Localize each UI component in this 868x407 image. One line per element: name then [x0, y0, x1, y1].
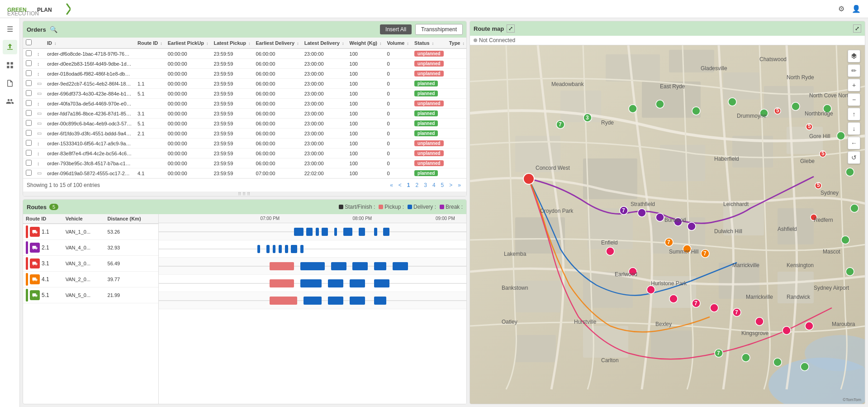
gantt-bar[interactable] — [328, 297, 343, 305]
gantt-bar[interactable] — [291, 245, 297, 253]
col-earliest-pickup[interactable]: Earliest PickUp ↕ — [165, 38, 211, 48]
row-checkbox[interactable] — [23, 48, 34, 59]
col-earliest-delivery[interactable]: Earliest Delivery ↕ — [253, 38, 302, 48]
navigate-up-tool[interactable]: ↑ — [848, 108, 860, 120]
table-row[interactable]: ↕ order-83e8f7e4-cf94-4c2e-bc56-4c6f84f0… — [23, 148, 466, 158]
map-expand-icon[interactable]: ⤢ — [507, 24, 515, 33]
gantt-row[interactable] — [159, 292, 466, 309]
table-row[interactable]: ▭ order-696df373-4o30-423e-884e-b18d3b88… — [23, 89, 466, 99]
sidebar-menu-icon[interactable]: ☰ — [3, 22, 17, 36]
settings-icon[interactable]: ⚙ — [838, 5, 844, 13]
gantt-bar[interactable] — [316, 228, 319, 236]
pagination-page-1[interactable]: 1 — [405, 182, 412, 189]
gantt-bar[interactable] — [270, 279, 294, 287]
table-row[interactable]: ▭ order-9ed22cb7-615c-4eb2-86f4-181862f0… — [23, 79, 466, 89]
gantt-bar[interactable] — [304, 297, 322, 305]
col-volume[interactable]: Volume ↕ — [384, 38, 412, 48]
sidebar-document-icon[interactable] — [3, 76, 17, 91]
gantt-row[interactable] — [159, 223, 466, 240]
gantt-bar[interactable] — [343, 228, 352, 236]
route-icon[interactable] — [30, 290, 40, 300]
user-icon[interactable]: 👤 — [852, 5, 861, 13]
sidebar-grid-icon[interactable] — [3, 58, 17, 72]
gantt-bar[interactable] — [374, 279, 389, 287]
pagination-prev[interactable]: < — [397, 182, 403, 189]
col-latest-pickup[interactable]: Latest Pickup ↕ — [211, 38, 253, 48]
gantt-row[interactable] — [159, 275, 466, 292]
gantt-bar[interactable] — [257, 245, 261, 253]
table-row[interactable]: ↕ order-40fa703a-de5d-4469-970e-e0ffe96f… — [23, 99, 466, 109]
gantt-bar[interactable] — [285, 245, 288, 253]
route-row[interactable]: 1.1 VAN_1_0... 53.26 — [23, 224, 158, 240]
navigate-left-tool[interactable]: ← — [848, 137, 860, 149]
gantt-bar[interactable] — [300, 262, 325, 270]
pagination-page-2[interactable]: 2 — [414, 182, 421, 189]
route-row[interactable]: 2.1 VAN_4_0... 32.93 — [23, 240, 158, 256]
col-id[interactable]: ID ↕ — [44, 38, 135, 48]
row-checkbox[interactable] — [23, 119, 34, 129]
navigate-down-tool[interactable]: ↓ — [848, 122, 860, 135]
gantt-bar[interactable] — [294, 228, 303, 236]
transshipment-button[interactable]: Transshipment — [415, 24, 463, 35]
pagination-page-5[interactable]: 5 — [439, 182, 446, 189]
draw-tool[interactable]: ✏ — [848, 64, 860, 77]
gantt-bar[interactable] — [374, 228, 377, 236]
pagination-page-4[interactable]: 4 — [431, 182, 437, 189]
row-checkbox[interactable] — [23, 158, 34, 168]
map-external-icon[interactable]: ⤢ — [853, 24, 861, 33]
table-row[interactable]: ↕ order-018odad6-f982-486f-b1e8-dbee87e5… — [23, 69, 466, 79]
layers-tool[interactable] — [848, 50, 860, 62]
gantt-bar[interactable] — [383, 228, 389, 236]
table-row[interactable]: ↕ order-d0ee2b83-156f-4d49-9dbe-1d77f2o4… — [23, 59, 466, 69]
gantt-bar[interactable] — [300, 279, 322, 287]
gantt-bar[interactable] — [306, 228, 313, 236]
gantt-row[interactable] — [159, 258, 466, 275]
gantt-bar[interactable] — [322, 228, 328, 236]
gantt-bar[interactable] — [393, 262, 408, 270]
gantt-bar[interactable] — [334, 228, 337, 236]
routes-col-id[interactable]: Route ID — [23, 214, 63, 224]
sidebar-upload-icon[interactable] — [3, 40, 17, 54]
route-row[interactable]: 4.1 VAN_2_0... 39.77 — [23, 272, 158, 287]
table-row[interactable]: ↕ order-793be95c-3fc8-4517-b7ba-c1894b5a… — [23, 158, 466, 168]
drag-handle[interactable]: ⠿⠿⠿ — [23, 192, 466, 196]
row-checkbox[interactable] — [23, 168, 34, 178]
row-checkbox[interactable] — [23, 59, 34, 69]
row-checkbox[interactable] — [23, 69, 34, 79]
gantt-bar[interactable] — [270, 262, 294, 270]
pagination-first[interactable]: « — [388, 182, 395, 189]
route-icon[interactable] — [30, 274, 40, 284]
gantt-bar[interactable] — [350, 279, 365, 287]
col-latest-delivery[interactable]: Latest Delivery ↕ — [302, 38, 347, 48]
gantt-row[interactable] — [159, 240, 466, 258]
gantt-bar[interactable] — [273, 245, 276, 253]
route-row[interactable]: 3.1 VAN_3_0... 56.49 — [23, 256, 158, 272]
col-weight[interactable]: Weight (Kg) ↕ — [347, 38, 384, 48]
route-icon[interactable] — [30, 227, 40, 237]
zoom-out-tool[interactable]: − — [848, 93, 860, 106]
row-checkbox[interactable] — [23, 79, 34, 89]
refresh-tool[interactable]: ↺ — [848, 151, 860, 164]
insert-all-button[interactable]: Insert All — [380, 24, 412, 34]
select-all-checkbox[interactable] — [26, 39, 32, 45]
gantt-bar[interactable] — [352, 262, 368, 270]
row-checkbox[interactable] — [23, 148, 34, 158]
gantt-bar[interactable] — [328, 279, 343, 287]
gantt-bar[interactable] — [374, 262, 386, 270]
routes-col-distance[interactable]: Distance (Km) — [105, 214, 158, 224]
table-row[interactable]: ↕ order-df6o8cde-1bac-4718-97f0-7691o099… — [23, 48, 466, 59]
table-row[interactable]: ▭ order-6f1fdo39-d3fc-4551-bddd-9a4d15bb… — [23, 129, 466, 139]
table-row[interactable]: ▭ order-fdd7a186-8bce-4236-87d1-8521oc59… — [23, 109, 466, 119]
row-checkbox[interactable] — [23, 89, 34, 99]
col-status[interactable]: Status ↕ — [412, 38, 446, 48]
row-checkbox[interactable] — [23, 139, 34, 148]
map-container[interactable]: 7 3 — [470, 45, 865, 404]
col-type[interactable]: Type ↕ — [446, 38, 466, 48]
pagination-page-3[interactable]: 3 — [422, 182, 429, 189]
gantt-bar[interactable] — [279, 245, 282, 253]
route-icon[interactable] — [30, 259, 40, 268]
pagination-last[interactable]: » — [456, 182, 463, 189]
pagination-next[interactable]: > — [447, 182, 454, 189]
table-row[interactable]: ▭ order-096d19a0-5872-4555-oc17-28b576ee… — [23, 168, 466, 178]
route-row[interactable]: 5.1 VAN_5_0... 21.99 — [23, 287, 158, 303]
